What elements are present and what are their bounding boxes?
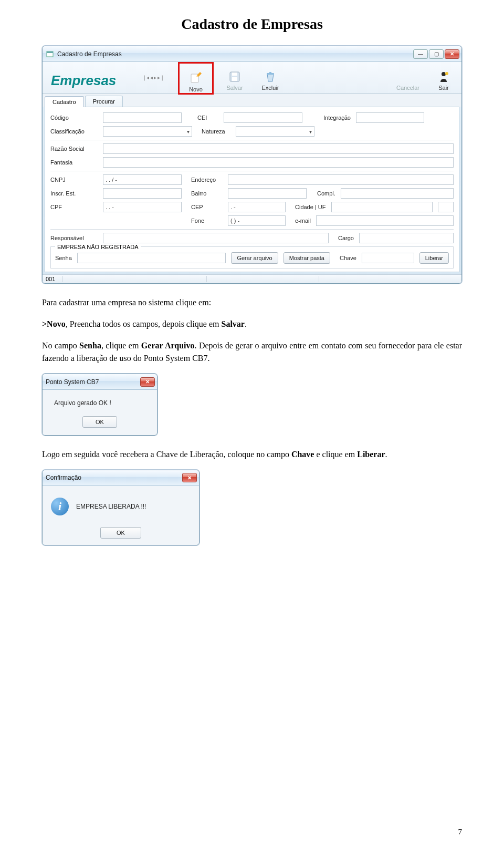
text: . (245, 319, 247, 328)
doc-paragraph-1b: >Novo, Preencha todos os campos, depois … (42, 318, 462, 331)
dialog-arquivo-gerado: Ponto System CB7 ✕ Arquivo gerado OK ! O… (42, 374, 158, 436)
close-button[interactable]: ✕ (445, 49, 459, 59)
svg-rect-7 (269, 72, 271, 73)
text-bold: >Novo (42, 319, 66, 328)
label-natureza: Natureza (202, 128, 230, 135)
dialog1-close-button[interactable]: ✕ (140, 377, 155, 387)
save-icon (228, 70, 242, 84)
input-senha[interactable] (77, 253, 226, 263)
gerar-arquivo-button[interactable]: Gerar arquivo (231, 252, 278, 264)
svg-rect-1 (47, 51, 53, 53)
label-integracao: Integração (323, 115, 351, 121)
dialog1-titlebar: Ponto System CB7 ✕ (43, 374, 157, 390)
page-title: Cadastro de Empresas (42, 16, 462, 33)
dialog2-titlebar: Confirmação ✕ (43, 470, 199, 486)
salvar-button[interactable]: Salvar (217, 64, 253, 93)
last-record-icon[interactable]: ▸❘ (158, 75, 164, 80)
text: , clique em (101, 341, 141, 350)
combo-natureza[interactable] (236, 126, 314, 137)
dialog2-message: EMPRESA LIBERADA !!! (76, 503, 146, 510)
input-cargo[interactable] (359, 233, 454, 243)
novo-button[interactable]: Novo (178, 62, 214, 95)
first-record-icon[interactable]: ❘◂ (142, 75, 149, 80)
dialog1-message: Arquivo gerado OK ! (51, 399, 149, 407)
text: . (385, 450, 387, 459)
input-cpf[interactable]: . . - (103, 202, 182, 212)
label-senha: Senha (55, 255, 72, 261)
label-cep: CEP (191, 204, 223, 210)
input-responsavel[interactable] (103, 233, 329, 243)
titlebar: Cadastro de Empresas — ▢ ✕ (43, 46, 461, 62)
label-codigo: Código (50, 115, 98, 121)
dialog1-title: Ponto System CB7 (46, 378, 140, 386)
exit-icon (437, 70, 450, 84)
input-compl[interactable] (341, 188, 454, 199)
app-icon (46, 50, 54, 58)
label-cpf: CPF (50, 204, 98, 210)
input-cnpj[interactable]: . . / - (103, 174, 182, 185)
tab-procurar[interactable]: Procurar (85, 96, 123, 107)
label-chave: Chave (340, 255, 356, 261)
input-uf[interactable] (438, 202, 454, 212)
input-razao[interactable] (103, 143, 454, 154)
minimize-button[interactable]: — (413, 49, 428, 59)
label-inscr: Inscr. Est. (50, 190, 98, 197)
svg-rect-5 (232, 77, 237, 81)
cancel-icon (401, 70, 415, 84)
input-fone[interactable]: ( ) - (228, 215, 286, 226)
input-codigo[interactable] (103, 112, 182, 123)
fieldset-legend: EMPRESA NÃO REGISTRADA (55, 244, 141, 250)
doc-paragraph-3: Logo em seguida você recebera a Chave de… (42, 448, 462, 461)
novo-label: Novo (189, 86, 203, 92)
combo-classificacao[interactable] (103, 126, 192, 137)
input-bairro[interactable] (228, 188, 307, 199)
label-cidadeuf: Cidade | UF (295, 204, 326, 210)
sair-button[interactable]: Sair (426, 64, 461, 93)
input-cidade[interactable] (331, 202, 433, 212)
status-code: 001 (46, 276, 63, 282)
dialog2-close-button[interactable]: ✕ (182, 473, 197, 482)
label-fone: Fone (191, 218, 223, 224)
tabs: Cadastro Procurar (43, 94, 461, 107)
text: Logo em seguida você recebera a Chave de… (42, 450, 291, 459)
text: Para cadastrar uma empresa no sistema cl… (42, 298, 211, 307)
text-bold: Liberar (357, 450, 385, 459)
input-cei[interactable] (224, 112, 302, 123)
label-razao: Razão Social (50, 146, 98, 152)
label-cargo: Cargo (338, 235, 354, 241)
label-endereco: Endereço (191, 177, 223, 183)
liberar-button[interactable]: Liberar (419, 252, 449, 264)
input-email[interactable] (316, 215, 454, 226)
dialog-confirmacao: Confirmação ✕ i EMPRESA LIBERADA !!! OK (42, 470, 200, 545)
label-cei: CEI (197, 115, 218, 121)
excluir-button[interactable]: Excluir (253, 64, 288, 93)
dialog1-ok-button[interactable]: OK (82, 416, 117, 428)
svg-rect-4 (232, 73, 237, 76)
prev-record-icon[interactable]: ◂ (150, 75, 153, 80)
maximize-button[interactable]: ▢ (429, 49, 444, 59)
cancelar-button[interactable]: Cancelar (390, 64, 426, 93)
mostrar-pasta-button[interactable]: Mostrar pasta (284, 252, 330, 264)
tab-cadastro[interactable]: Cadastro (45, 96, 84, 107)
text-bold: Salvar (222, 319, 245, 328)
next-record-icon[interactable]: ▸ (154, 75, 156, 80)
label-bairro: Bairro (191, 190, 223, 197)
text: , Preencha todos os campos, depois cliqu… (66, 319, 222, 328)
label-fantasia: Fantasia (50, 159, 98, 166)
input-integracao[interactable] (356, 112, 424, 123)
dialog2-actions: OK (43, 527, 199, 545)
input-cep[interactable]: . - (228, 202, 286, 212)
svg-rect-6 (267, 73, 274, 75)
dialog2-ok-button[interactable]: OK (100, 527, 141, 539)
text-bold: Chave (291, 450, 314, 459)
doc-paragraph-2: No campo Senha, clique em Gerar Arquivo.… (42, 339, 462, 366)
text: e clique em (314, 450, 357, 459)
statusbar: 001 (43, 274, 461, 283)
toolbar: Empresas ❘◂ ◂ ▸ ▸❘ Novo Salvar Excluir (43, 62, 461, 94)
label-cnpj: CNPJ (50, 177, 98, 183)
input-inscr[interactable] (103, 188, 182, 199)
input-endereco[interactable] (228, 174, 454, 185)
input-chave[interactable] (362, 253, 414, 263)
dialog2-body: i EMPRESA LIBERADA !!! (43, 486, 199, 527)
input-fantasia[interactable] (103, 157, 454, 168)
